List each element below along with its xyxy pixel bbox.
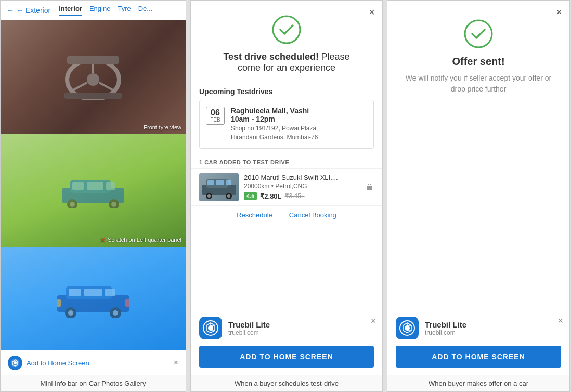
delete-car-button[interactable]: 🗑 bbox=[366, 182, 374, 192]
svg-rect-14 bbox=[87, 182, 103, 190]
panel1-caption: Mini Info bar on Car Photos Gallery bbox=[1, 375, 186, 391]
car-thumb-svg bbox=[201, 175, 237, 199]
svg-point-1 bbox=[87, 73, 99, 86]
tab-engine[interactable]: Engine bbox=[89, 5, 110, 16]
add-home-text[interactable]: Add to Home Screen bbox=[27, 359, 89, 367]
truebil-logo-svg2 bbox=[201, 319, 220, 337]
gallery-images: Front-tyre view ✕ Scratch on L bbox=[1, 20, 186, 350]
svg-rect-37 bbox=[216, 180, 224, 185]
price-new: ₹2.80L bbox=[260, 192, 281, 200]
blue-car-svg bbox=[54, 279, 132, 318]
offer-install-banner: Truebil Lite truebil.com × bbox=[387, 310, 569, 346]
reschedule-link[interactable]: Reschedule bbox=[237, 211, 272, 219]
app-url: truebil.com bbox=[228, 329, 374, 336]
svg-rect-24 bbox=[105, 289, 115, 296]
offer-modal-content: × Offer sent! We will notify you if sell… bbox=[387, 1, 569, 310]
svg-rect-15 bbox=[106, 182, 115, 190]
car-item-info: 2010 Maruti Suzuki Swift XLI.... 20000km… bbox=[244, 174, 360, 200]
install-info: Truebil Lite truebil.com bbox=[228, 320, 374, 336]
svg-point-33 bbox=[207, 194, 211, 198]
gallery-image-scratch[interactable]: ✕ Scratch on Left quarter panel bbox=[1, 134, 186, 247]
testdrive-address: Shop no 191/192, Powai Plaza,Hirandani G… bbox=[231, 124, 367, 142]
price-old: ₹3.45L bbox=[285, 192, 305, 200]
scratch-car-svg bbox=[57, 172, 129, 208]
offer-title: Offer sent! bbox=[452, 56, 504, 68]
svg-rect-25 bbox=[57, 299, 61, 307]
testdrive-venue: Raghuleela Mall, Vashi bbox=[231, 107, 367, 115]
offer-install-info: Truebil Lite truebil.com bbox=[425, 320, 561, 336]
tab-de[interactable]: De... bbox=[138, 5, 152, 16]
testdrive-card: 06 FEB Raghuleela Mall, Vashi 10am - 12p… bbox=[199, 100, 374, 149]
gallery-image-blue-car[interactable] bbox=[1, 247, 186, 350]
svg-point-19 bbox=[68, 310, 73, 316]
cancel-booking-link[interactable]: Cancel Booking bbox=[289, 211, 336, 219]
panel-test-drive: × Test drive scheduled! Pleasecome for a… bbox=[190, 0, 383, 392]
svg-rect-36 bbox=[207, 180, 214, 185]
car-price-row: 4.5 ₹2.80L ₹3.45L bbox=[244, 192, 360, 200]
offer-app-url: truebil.com bbox=[425, 329, 561, 336]
svg-point-21 bbox=[113, 310, 118, 316]
gallery-image-interior[interactable]: Front-tyre view bbox=[1, 20, 186, 134]
svg-point-43 bbox=[405, 325, 410, 331]
install-banner: Truebil Lite truebil.com × bbox=[191, 310, 382, 346]
svg-rect-5 bbox=[67, 56, 119, 64]
gallery-nav: ← ← Exterior Interior Engine Tyre De... bbox=[1, 1, 186, 20]
modal-title: Test drive scheduled! Pleasecome for an … bbox=[223, 51, 349, 73]
date-day: 06 bbox=[211, 109, 220, 117]
car-added-label: 1 CAR ADDED TO TEST DRIVE bbox=[191, 155, 382, 168]
back-button[interactable]: ← ← Exterior bbox=[7, 6, 50, 15]
scratch-x-icon: ✕ bbox=[100, 236, 106, 244]
back-label[interactable]: ← Exterior bbox=[16, 6, 50, 15]
svg-rect-13 bbox=[72, 182, 84, 190]
testdrive-info: Raghuleela Mall, Vashi 10am - 12pm Shop … bbox=[231, 107, 367, 142]
svg-point-29 bbox=[273, 16, 300, 43]
tab-interior[interactable]: Interior bbox=[59, 5, 82, 16]
panel-offer-sent: × Offer sent! We will notify you if sell… bbox=[387, 0, 570, 392]
modal-header: Test drive scheduled! Pleasecome for an … bbox=[191, 1, 382, 82]
offer-truebil-logo bbox=[396, 317, 419, 339]
close-bar-button[interactable]: × bbox=[174, 358, 178, 368]
truebil-logo bbox=[199, 317, 222, 339]
svg-line-4 bbox=[99, 83, 113, 90]
offer-truebil-logo-svg bbox=[398, 319, 417, 337]
offer-header: Offer sent! We will notify you if seller… bbox=[387, 1, 569, 105]
install-close-button[interactable]: × bbox=[370, 316, 376, 326]
nav-tabs: Interior Engine Tyre De... bbox=[59, 5, 152, 16]
svg-rect-23 bbox=[84, 289, 102, 296]
offer-add-to-home-button[interactable]: ADD TO HOME SCREEN bbox=[396, 346, 561, 368]
date-month: FEB bbox=[210, 117, 220, 123]
offer-spacer bbox=[387, 105, 569, 157]
install-bar: Add to Home Screen × bbox=[1, 350, 186, 375]
modal-content: × Test drive scheduled! Pleasecome for a… bbox=[191, 1, 382, 310]
svg-point-28 bbox=[14, 361, 17, 364]
svg-point-12 bbox=[111, 202, 116, 207]
svg-point-10 bbox=[70, 202, 75, 207]
close-button[interactable]: × bbox=[369, 7, 375, 17]
car-name: 2010 Maruti Suzuki Swift XLI.... bbox=[244, 174, 360, 182]
add-to-home-button[interactable]: ADD TO HOME SCREEN bbox=[199, 346, 374, 368]
rating-badge: 4.5 bbox=[244, 192, 257, 200]
upcoming-testdrives-title: Upcoming Testdrives bbox=[191, 82, 382, 100]
svg-rect-6 bbox=[64, 93, 122, 99]
tab-tyre[interactable]: Tyre bbox=[118, 5, 131, 16]
offer-checkmark-icon bbox=[464, 19, 493, 48]
testdrive-time: 10am - 12pm bbox=[231, 115, 367, 123]
panel-car-gallery: ← ← Exterior Interior Engine Tyre De... bbox=[0, 0, 186, 392]
offer-subtitle: We will notify you if seller accept your… bbox=[400, 73, 557, 95]
svg-rect-38 bbox=[226, 180, 231, 185]
truebil-logo-svg bbox=[10, 358, 20, 368]
car-thumbnail bbox=[199, 173, 239, 201]
car-km-fuel: 20000km • Petrol,CNG bbox=[244, 182, 360, 190]
image-label-scratch: ✕ Scratch on Left quarter panel bbox=[100, 236, 181, 244]
success-checkmark-icon bbox=[272, 15, 301, 44]
svg-rect-26 bbox=[125, 299, 129, 307]
offer-close-button[interactable]: × bbox=[556, 7, 562, 17]
add-home-section: Add to Home Screen bbox=[8, 356, 89, 370]
date-block: 06 FEB bbox=[206, 107, 225, 125]
truebil-small-icon bbox=[8, 356, 22, 370]
svg-rect-22 bbox=[69, 289, 81, 296]
svg-point-41 bbox=[465, 20, 492, 47]
image-label-interior: Front-tyre view bbox=[144, 124, 181, 130]
offer-install-close-button[interactable]: × bbox=[557, 316, 563, 326]
svg-point-35 bbox=[227, 194, 230, 198]
